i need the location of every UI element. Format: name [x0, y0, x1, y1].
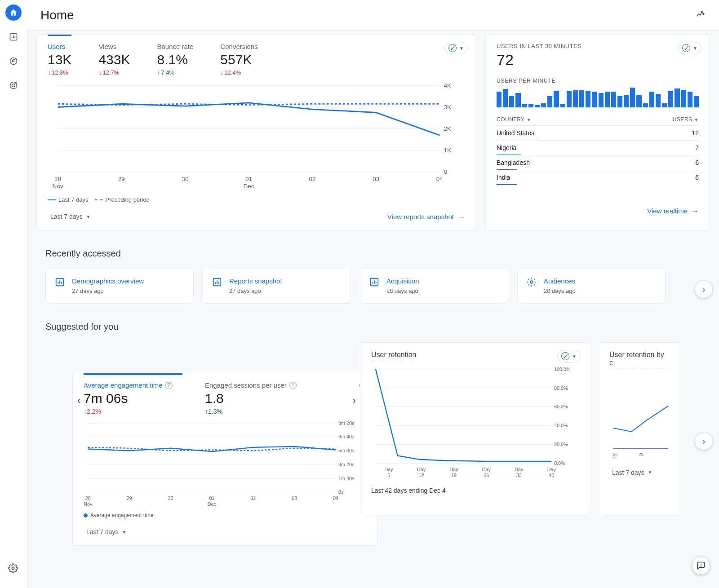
minute-bar: [643, 103, 648, 107]
svg-text:04: 04: [333, 495, 338, 501]
svg-text:Nov: Nov: [84, 501, 93, 507]
metric-avg-engagement[interactable]: Average engagement time? 7m 06s ↓2.2%: [84, 373, 182, 415]
svg-text:29: 29: [118, 176, 125, 182]
help-icon[interactable]: ?: [289, 382, 297, 389]
users-column-header[interactable]: USERS▼: [673, 116, 699, 123]
minute-bar: [497, 92, 502, 107]
svg-text:Day: Day: [482, 467, 491, 472]
svg-text:60.0%: 60.0%: [554, 404, 568, 410]
status-dropdown[interactable]: ✓ ▼: [678, 42, 701, 54]
minute-bar: [668, 91, 673, 107]
arrow-up-icon: ↑: [205, 408, 208, 415]
arrow-right-icon: →: [692, 207, 699, 215]
feedback-button[interactable]: [692, 557, 710, 575]
page-title: Home: [40, 8, 74, 22]
svg-text:Day: Day: [515, 467, 524, 472]
minute-bar: [681, 90, 686, 107]
svg-text:28: 28: [85, 495, 91, 501]
nav-explore-icon[interactable]: [5, 53, 22, 69]
country-row[interactable]: United States12: [497, 125, 699, 140]
metric-views[interactable]: Views433K↓ 12.7%: [98, 43, 130, 76]
view-reports-snapshot-link[interactable]: View reports snapshot →: [387, 213, 465, 221]
next-metric-button[interactable]: ›: [353, 395, 356, 407]
insights-icon[interactable]: [691, 5, 710, 25]
svg-text:Dec: Dec: [208, 501, 217, 507]
svg-text:1K: 1K: [444, 147, 451, 154]
overview-card: ✓ ▼ Users13K↓ 12.3%Views433K↓ 12.7%Bounc…: [36, 34, 476, 230]
svg-text:40: 40: [549, 473, 554, 478]
status-dropdown[interactable]: ✓ ▼: [557, 350, 581, 363]
svg-text:80.0%: 80.0%: [554, 385, 568, 391]
svg-text:2K: 2K: [444, 125, 451, 132]
prev-metric-button[interactable]: ‹: [77, 395, 80, 407]
minute-bar: [617, 96, 622, 107]
svg-text:01: 01: [209, 495, 214, 501]
minute-bar: [579, 90, 584, 107]
svg-text:0.0%: 0.0%: [554, 460, 565, 466]
section-title-suggested: Suggested for you: [45, 322, 118, 333]
recent-card[interactable]: Demographics overview27 days ago: [45, 268, 194, 304]
settings-icon[interactable]: [8, 563, 18, 575]
country-row[interactable]: India6: [497, 170, 699, 185]
svg-text:5m 00s: 5m 00s: [338, 448, 355, 453]
country-row[interactable]: Bangladesh6: [497, 155, 699, 170]
status-dropdown[interactable]: ✓ ▼: [444, 42, 468, 54]
metric-users[interactable]: Users13K↓ 12.3%: [48, 35, 71, 76]
scroll-right-button[interactable]: ›: [695, 280, 713, 298]
svg-text:19: 19: [451, 473, 457, 478]
svg-point-4: [12, 567, 14, 570]
recent-card[interactable]: Reports snapshot27 days ago: [203, 268, 351, 304]
svg-text:30: 30: [182, 176, 189, 182]
svg-text:03: 03: [373, 176, 379, 182]
svg-text:0s: 0s: [338, 490, 344, 495]
svg-text:29: 29: [639, 452, 644, 456]
minute-bar: [662, 103, 667, 107]
period-select[interactable]: Last 7 days▼: [48, 211, 93, 222]
minute-bar: [592, 92, 597, 107]
minute-bar: [573, 90, 578, 107]
minute-bar: [535, 105, 540, 107]
recent-card[interactable]: Audiences28 days ago: [517, 268, 666, 304]
svg-text:Nov: Nov: [53, 183, 63, 190]
svg-point-3: [12, 84, 15, 87]
minute-bar: [554, 91, 559, 107]
svg-text:29: 29: [127, 495, 132, 501]
minute-bar: [636, 95, 641, 107]
metric-engaged-sessions[interactable]: Engaged sessions per user? 1.8 ↑1.3%: [205, 381, 304, 415]
minute-bar: [567, 91, 572, 107]
minute-bar: [694, 96, 699, 107]
nav-reports-icon[interactable]: [5, 29, 22, 45]
caret-down-icon: ▼: [693, 46, 697, 51]
minute-bar: [503, 89, 508, 107]
top-bar: Home: [27, 0, 719, 31]
svg-point-5: [703, 13, 704, 15]
metric-conversions[interactable]: Conversions557K↓ 12.4%: [220, 43, 257, 76]
minute-bar: [515, 93, 520, 107]
country-column-header[interactable]: COUNTRY▼: [497, 116, 531, 123]
overview-line-chart: 01K2K3K4K28Nov293001Dec020304: [48, 80, 465, 192]
period-select[interactable]: Last 7 days▼: [84, 526, 129, 537]
svg-text:03: 03: [292, 495, 297, 501]
minute-bar: [586, 91, 590, 107]
minute-bar: [624, 95, 629, 107]
period-select[interactable]: Last 7 days▼: [609, 467, 655, 478]
retention-line-chart: 0.0%20.0%40.0%60.0%80.0%100.0%Day5Day12D…: [371, 365, 578, 479]
main-content: ✓ ▼ Users13K↓ 12.3%Views433K↓ 12.7%Bounc…: [27, 31, 719, 588]
retention-footer: Last 42 days ending Dec 4: [371, 487, 578, 494]
users-per-minute-label: USERS PER MINUTE: [497, 78, 699, 84]
nav-home-icon[interactable]: [5, 4, 22, 21]
recent-card[interactable]: Acquisition28 days ago: [360, 268, 508, 304]
scroll-right-button[interactable]: ›: [695, 432, 713, 450]
users-per-minute-chart: [497, 88, 699, 107]
view-realtime-link[interactable]: View realtime →: [647, 207, 699, 215]
minute-bar: [541, 103, 546, 107]
metric-bounce-rate[interactable]: Bounce rate8.1%↑ 7.4%: [157, 43, 193, 76]
svg-text:30: 30: [168, 495, 173, 501]
help-icon[interactable]: ?: [165, 382, 173, 389]
bar-icon: [212, 277, 222, 294]
svg-text:Day: Day: [547, 467, 556, 472]
nav-advertising-icon[interactable]: [5, 77, 22, 93]
retention-cohort-chart: 28 Nov 29: [609, 373, 668, 457]
country-row[interactable]: Nigeria7: [497, 140, 699, 155]
realtime-card: ✓ ▼ USERS IN LAST 30 MINUTES 72 USERS PE…: [485, 34, 710, 230]
